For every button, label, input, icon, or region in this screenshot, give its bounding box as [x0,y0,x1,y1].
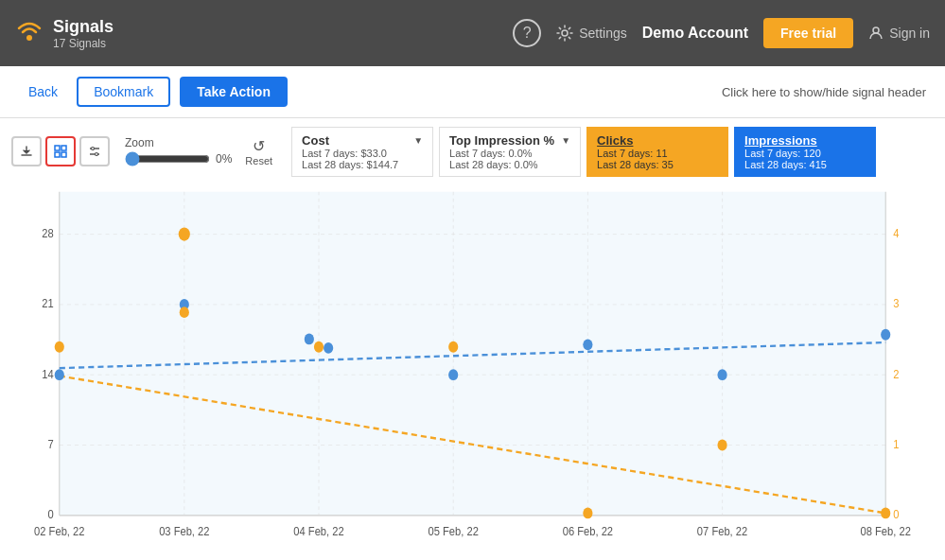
reset-control[interactable]: ↺ Reset [245,137,272,166]
grid-view-button[interactable] [45,136,76,166]
sliders-icon [88,145,101,158]
toolbar-left: Back Bookmark Take Action [19,77,288,107]
click-point-7 [881,508,890,519]
metric-impressions-last7: Last 7 days: 120 [744,148,866,159]
user-icon [868,26,884,41]
account-name: Demo Account [642,25,748,42]
svg-text:07 Feb, 22: 07 Feb, 22 [697,524,748,538]
metric-impression-last7: Last 7 days: 0.0% [449,148,570,159]
zoom-value: 0% [216,152,232,166]
click-point-5 [583,508,592,519]
svg-text:03 Feb, 22: 03 Feb, 22 [159,524,210,538]
download-icon [20,145,33,158]
metric-clicks-last7: Last 7 days: 11 [597,148,718,159]
back-button[interactable]: Back [19,79,67,105]
metric-impressions-last28: Last 28 days: 415 [744,159,866,170]
impression-point-5 [583,339,592,350]
metric-impression-title: Top Impression % ▼ [449,133,570,148]
help-button[interactable]: ? [513,19,541,47]
chart-settings-button[interactable] [79,136,110,166]
svg-text:0: 0 [893,508,899,522]
svg-text:7: 7 [47,437,53,451]
app-title-section: Signals 17 Signals [53,17,114,50]
svg-text:04 Feb, 22: 04 Feb, 22 [293,524,344,538]
settings-button[interactable]: Settings [556,25,627,42]
click-point-2 [180,306,189,318]
metric-clicks-last28: Last 28 days: 35 [597,159,718,170]
app-header: Signals 17 Signals ? Settings Demo Accou… [0,0,945,66]
reset-icon: ↺ [253,137,265,155]
metric-impression-last28: Last 28 days: 0.0% [449,159,570,170]
svg-text:1: 1 [893,437,899,451]
signals-icon [15,17,44,50]
zoom-slider[interactable] [125,151,210,166]
impression-point-3 [305,334,314,345]
zoom-label: Zoom [125,136,232,149]
metric-cost-title: Cost ▼ [302,133,423,148]
zoom-control: Zoom 0% [125,136,232,166]
impression-dropdown-arrow: ▼ [561,135,570,146]
chart-svg: 0 7 14 21 28 0 1 2 3 4 02 Feb, 22 03 Feb… [11,181,934,560]
chart-container: Zoom 0% ↺ Reset Cost ▼ Last 7 days: $33.… [0,118,945,560]
svg-point-2 [873,27,879,33]
signin-button[interactable]: Sign in [868,26,930,41]
svg-point-9 [92,148,95,150]
metric-clicks[interactable]: Clicks Last 7 days: 11 Last 28 days: 35 [586,127,728,177]
take-action-button[interactable]: Take Action [180,77,288,107]
settings-label: Settings [579,26,627,41]
click-point-4 [448,341,458,353]
app-subtitle: 17 Signals [53,37,114,50]
svg-text:4: 4 [893,226,899,240]
settings-icon [556,25,573,42]
metric-cost-last7: Last 7 days: $33.0 [302,148,423,159]
logo-section: Signals 17 Signals [15,17,114,50]
outlier-point-1 [179,228,190,241]
svg-rect-4 [61,146,66,150]
bookmark-button[interactable]: Bookmark [77,77,170,107]
metric-impressions[interactable]: Impressions Last 7 days: 120 Last 28 day… [734,127,876,177]
svg-point-1 [562,30,568,36]
svg-text:21: 21 [42,297,54,311]
svg-rect-5 [55,152,60,157]
svg-text:02 Feb, 22: 02 Feb, 22 [34,524,85,538]
free-trial-button[interactable]: Free trial [763,18,853,48]
svg-text:06 Feb, 22: 06 Feb, 22 [563,524,614,538]
impression-point-7 [881,329,890,341]
click-point-3 [314,341,324,353]
header-actions: ? Settings Demo Account Free trial Sign … [513,18,930,48]
svg-rect-3 [55,146,60,150]
impression-point-1 [55,369,64,380]
cost-dropdown-arrow: ▼ [413,135,423,146]
metric-top-impression[interactable]: Top Impression % ▼ Last 7 days: 0.0% Las… [439,127,581,177]
click-point-1 [55,341,64,353]
metric-impressions-title: Impressions [744,133,866,148]
metric-cost-last28: Last 28 days: $144.7 [302,159,423,170]
svg-text:0: 0 [47,508,53,522]
signal-header-toggle[interactable]: Click here to show/hide signal header [722,85,926,99]
metric-clicks-title: Clicks [597,133,718,148]
metrics-row: Cost ▼ Last 7 days: $33.0 Last 28 days: … [291,127,876,177]
svg-point-10 [96,153,98,156]
impression-point-6 [717,369,726,380]
chart-area: Impressions Clicks 0 7 14 21 28 0 1 2 3 … [11,181,934,560]
click-point-6 [717,440,726,451]
svg-text:28: 28 [42,226,54,240]
app-title: Signals [53,17,114,37]
grid-icon [54,145,67,158]
toolbar: Back Bookmark Take Action Click here to … [0,66,945,118]
svg-text:2: 2 [893,367,899,381]
impression-point-4 [448,369,458,380]
svg-text:08 Feb, 22: 08 Feb, 22 [861,524,912,538]
signin-label: Sign in [889,26,930,41]
svg-text:3: 3 [893,297,899,311]
svg-point-0 [26,35,32,41]
chart-icon-controls [11,136,110,166]
controls-row: Zoom 0% ↺ Reset Cost ▼ Last 7 days: $33.… [11,128,934,175]
svg-rect-6 [61,152,66,157]
svg-text:05 Feb, 22: 05 Feb, 22 [429,524,480,538]
reset-label: Reset [245,155,272,166]
impression-point-3b [324,342,333,354]
download-button[interactable] [11,136,42,166]
svg-text:14: 14 [42,367,54,381]
metric-cost[interactable]: Cost ▼ Last 7 days: $33.0 Last 28 days: … [291,127,433,177]
